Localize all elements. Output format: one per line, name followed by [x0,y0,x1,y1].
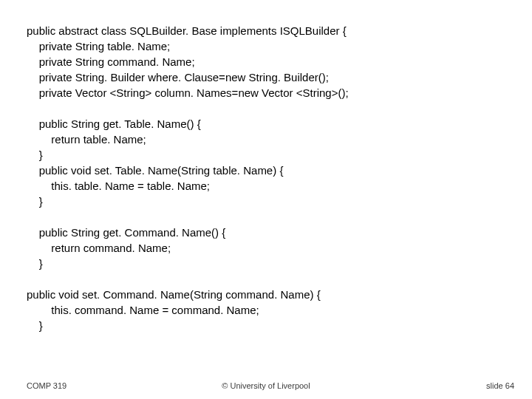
code-line: } [27,257,43,270]
code-line: private Vector <String> column. Names=ne… [27,86,349,99]
code-line: return table. Name; [27,133,146,146]
code-line: public String get. Command. Name() { [27,226,225,239]
code-line: public abstract class SQLBuilder. Base i… [27,24,347,37]
code-line: public void set. Command. Name(String co… [27,288,321,301]
code-line: private String table. Name; [27,40,170,52]
code-line: } [27,319,43,332]
code-line: public void set. Table. Name(String tabl… [27,164,283,177]
code-block: public abstract class SQLBuilder. Base i… [27,7,517,333]
code-line: return command. Name; [27,242,171,254]
slide: public abstract class SQLBuilder. Base i… [0,0,532,399]
footer-slide-number: slide 64 [486,381,514,390]
footer: COMP 319 © University of Liverpool slide… [0,377,532,390]
footer-copyright: © University of Liverpool [0,381,532,390]
code-line: private String command. Name; [27,55,195,68]
code-line: public String get. Table. Name() { [27,117,201,130]
code-line: private String. Builder where. Clause=ne… [27,71,329,83]
code-line: this. command. Name = command. Name; [27,304,259,316]
code-line: this. table. Name = table. Name; [27,180,210,192]
code-line: } [27,195,43,208]
code-line: } [27,149,43,161]
